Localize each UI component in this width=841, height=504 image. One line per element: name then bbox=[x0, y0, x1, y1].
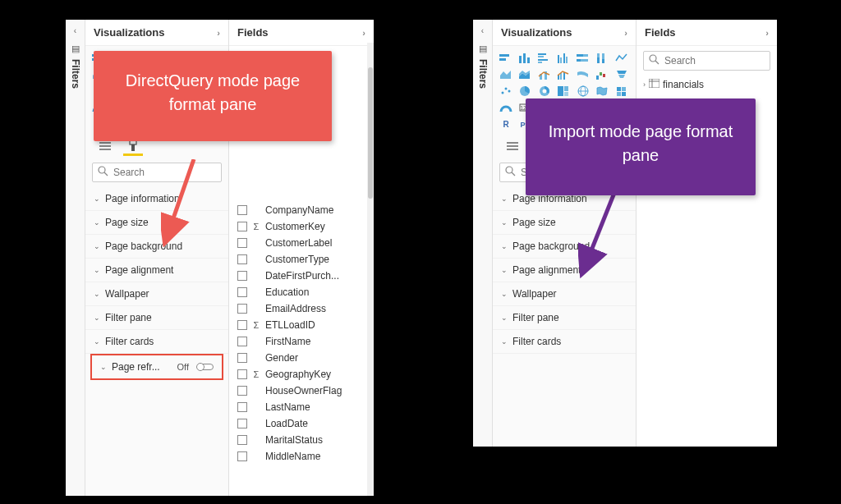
filters-tab[interactable]: ‹ ▤ Filters bbox=[473, 20, 493, 447]
field-item[interactable]: ΣGeographyKey bbox=[229, 366, 374, 383]
viz-line-clustered-icon[interactable] bbox=[555, 67, 572, 82]
fields-search-input[interactable] bbox=[664, 55, 765, 66]
viz-clustered-bar-icon[interactable] bbox=[536, 51, 553, 66]
fields-header[interactable]: Fields › bbox=[229, 20, 374, 46]
field-checkbox[interactable] bbox=[237, 386, 247, 396]
format-search-box[interactable] bbox=[92, 163, 222, 182]
svg-rect-100 bbox=[583, 54, 588, 57]
field-item[interactable]: ΣETLLoadID bbox=[229, 317, 374, 333]
field-item[interactable]: Gender bbox=[229, 350, 374, 366]
viz-scatter-icon[interactable] bbox=[498, 84, 514, 99]
section-label: Filter pane bbox=[105, 312, 152, 323]
viz-stacked-area-icon[interactable] bbox=[517, 67, 533, 82]
field-name: LoadDate bbox=[265, 418, 308, 429]
field-item[interactable]: FirstName bbox=[229, 333, 374, 350]
viz-100-stacked-column-icon[interactable] bbox=[594, 51, 610, 66]
field-name: CustomerKey bbox=[265, 221, 325, 232]
section-page-alignment[interactable]: ⌄ Page alignment bbox=[85, 259, 228, 282]
section-filter-cards[interactable]: ⌄ Filter cards bbox=[85, 330, 228, 354]
filters-tab[interactable]: ‹ ▤ Filters bbox=[66, 20, 85, 496]
fields-search-box[interactable] bbox=[643, 51, 770, 71]
callout-directquery: DirectQuery mode page format pane bbox=[94, 51, 332, 141]
field-checkbox[interactable] bbox=[237, 271, 247, 281]
fields-table-financials[interactable]: › financials bbox=[636, 76, 777, 94]
chevron-down-icon: ⌄ bbox=[94, 314, 100, 322]
chevron-down-icon: ⌄ bbox=[501, 242, 508, 250]
section-wallpaper[interactable]: ⌄ Wallpaper bbox=[85, 282, 228, 306]
viz-stacked-column-icon[interactable] bbox=[517, 51, 533, 66]
field-checkbox[interactable] bbox=[237, 419, 247, 428]
viz-donut-icon[interactable] bbox=[536, 84, 553, 99]
viz-filled-map-icon[interactable] bbox=[594, 84, 610, 99]
field-item[interactable]: Education bbox=[229, 284, 374, 300]
viz-waterfall-icon[interactable] bbox=[594, 67, 610, 82]
field-item[interactable]: LoadDate bbox=[229, 415, 374, 432]
section-page-refresh[interactable]: ⌄ Page refr... Off bbox=[92, 355, 222, 378]
visualizations-header[interactable]: Visualizations › bbox=[493, 20, 636, 46]
fields-scrollbar[interactable] bbox=[367, 43, 374, 496]
field-item[interactable]: CustomerType bbox=[229, 251, 374, 268]
svg-rect-95 bbox=[558, 55, 559, 63]
section-wallpaper[interactable]: ⌄ Wallpaper bbox=[493, 282, 636, 306]
field-item[interactable]: CompanyName bbox=[229, 202, 374, 218]
field-checkbox[interactable] bbox=[237, 304, 247, 314]
field-checkbox[interactable] bbox=[237, 337, 247, 346]
section-filter-cards[interactable]: ⌄ Filter cards bbox=[493, 330, 636, 354]
field-checkbox[interactable] bbox=[237, 238, 247, 248]
viz-stacked-bar-icon[interactable] bbox=[498, 51, 514, 66]
fields-header[interactable]: Fields › bbox=[636, 20, 777, 46]
field-checkbox[interactable] bbox=[237, 222, 247, 231]
svg-rect-165 bbox=[507, 142, 518, 144]
field-item[interactable]: MaritalStatus bbox=[229, 432, 374, 448]
visualizations-header[interactable]: Visualizations › bbox=[85, 20, 228, 46]
viz-funnel-icon[interactable] bbox=[614, 67, 630, 82]
fields-tool-icon[interactable] bbox=[503, 136, 522, 156]
field-checkbox[interactable] bbox=[237, 287, 247, 297]
viz-pie-icon[interactable] bbox=[517, 84, 533, 99]
section-filter-pane[interactable]: ⌄ Filter pane bbox=[85, 306, 228, 330]
viz-line-icon[interactable] bbox=[614, 51, 630, 66]
field-item[interactable]: EmailAddress bbox=[229, 300, 374, 317]
viz-shape-map-icon[interactable] bbox=[614, 84, 630, 99]
field-item[interactable]: DateFirstPurch... bbox=[229, 268, 374, 284]
viz-treemap-icon[interactable] bbox=[555, 84, 572, 99]
viz-area-icon[interactable] bbox=[498, 67, 514, 82]
svg-rect-174 bbox=[649, 79, 659, 88]
field-checkbox[interactable] bbox=[237, 402, 247, 412]
svg-point-125 bbox=[542, 89, 546, 94]
field-name: LastName bbox=[265, 401, 310, 413]
section-page-information[interactable]: ⌄ Page information bbox=[85, 187, 228, 211]
section-label: Filter cards bbox=[512, 336, 561, 347]
viz-line-stacked-icon[interactable] bbox=[536, 67, 553, 82]
field-item[interactable]: ΣCustomerKey bbox=[229, 218, 374, 235]
field-name: CustomerType bbox=[265, 254, 329, 265]
viz-100-stacked-bar-icon[interactable] bbox=[575, 51, 591, 66]
section-page-size[interactable]: ⌄ Page size bbox=[85, 211, 228, 235]
page-refresh-toggle[interactable] bbox=[197, 364, 214, 370]
svg-point-172 bbox=[650, 55, 656, 62]
chevron-right-icon: › bbox=[217, 28, 220, 38]
viz-r-icon[interactable]: R bbox=[498, 117, 514, 131]
field-name: GeographyKey bbox=[265, 369, 331, 380]
field-item[interactable]: HouseOwnerFlag bbox=[229, 383, 374, 399]
section-filter-pane[interactable]: ⌄ Filter pane bbox=[493, 306, 636, 330]
field-checkbox[interactable] bbox=[237, 353, 247, 363]
viz-map-icon[interactable] bbox=[575, 84, 591, 99]
field-checkbox[interactable] bbox=[237, 254, 247, 264]
svg-rect-93 bbox=[538, 59, 548, 61]
field-item[interactable]: CustomerLabel bbox=[229, 235, 374, 251]
field-checkbox[interactable] bbox=[237, 435, 247, 445]
chevron-down-icon: ⌄ bbox=[94, 337, 100, 346]
viz-clustered-column-icon[interactable] bbox=[555, 51, 572, 66]
field-checkbox[interactable] bbox=[237, 451, 247, 461]
svg-rect-102 bbox=[581, 59, 588, 62]
field-checkbox[interactable] bbox=[237, 320, 247, 330]
field-checkbox[interactable] bbox=[237, 205, 247, 215]
field-checkbox[interactable] bbox=[237, 369, 247, 379]
viz-gauge-icon[interactable] bbox=[498, 100, 514, 115]
filter-icon: ▤ bbox=[71, 44, 80, 54]
section-page-background[interactable]: ⌄ Page background bbox=[85, 235, 228, 259]
field-item[interactable]: LastName bbox=[229, 399, 374, 415]
field-item[interactable]: MiddleName bbox=[229, 448, 374, 465]
viz-ribbon-icon[interactable] bbox=[575, 67, 591, 82]
